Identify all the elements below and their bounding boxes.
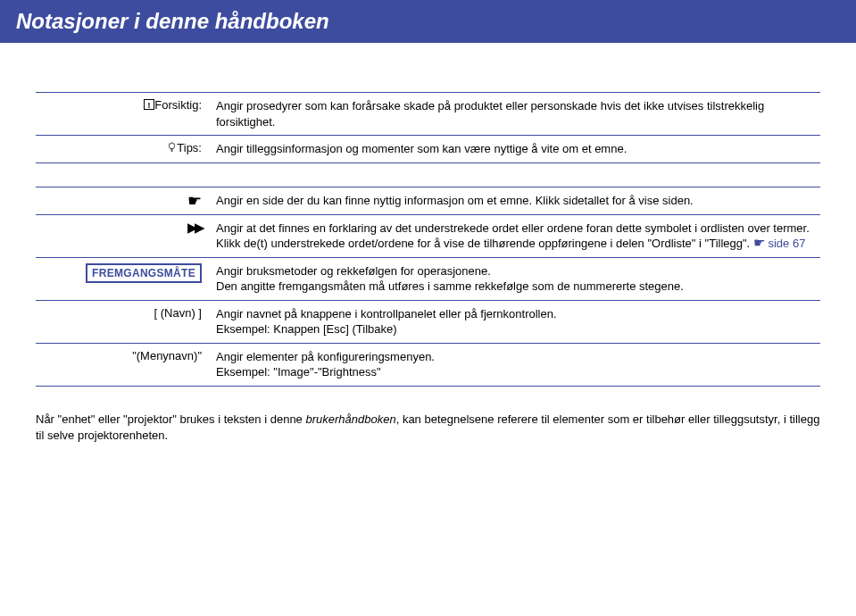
fast-forward-icon: ▶▶: [187, 221, 202, 234]
page-title: Notasjoner i denne håndboken: [16, 9, 329, 34]
row-hand: ☛ Angir en side der du kan finne nyttig …: [36, 187, 820, 214]
row-name: [ (Navn) ] Angir navnet på knappene i ko…: [36, 300, 820, 343]
footnote-part-a: Når "enhet" eller "projektor" brukes i t…: [36, 412, 305, 426]
notation-table: !Forsiktig: Angir prosedyrer som kan for…: [36, 92, 820, 387]
hand-desc: Angir en side der du kan finne nyttig in…: [211, 187, 820, 214]
forward-desc: Angir at det finnes en forklaring av det…: [211, 214, 820, 257]
row-forward: ▶▶ Angir at det finnes en forklaring av …: [36, 214, 820, 257]
footnote-italic: brukerhåndboken: [305, 412, 395, 426]
tips-label: Tips:: [177, 141, 202, 154]
page-header: Notasjoner i denne håndboken: [0, 0, 856, 43]
hand-label-cell: ☛: [36, 187, 211, 214]
tip-icon: [167, 142, 177, 154]
caution-label: Forsiktig:: [154, 98, 202, 112]
caution-desc: Angir prosedyrer som kan forårsake skade…: [211, 93, 820, 136]
procedure-desc: Angir bruksmetoder og rekkefølgen for op…: [211, 257, 820, 300]
name-label: [ (Navn) ]: [36, 300, 211, 343]
svg-point-2: [170, 143, 175, 148]
forward-label-cell: ▶▶: [36, 214, 211, 257]
procedure-label-cell: FREMGANGSMÅTE: [36, 257, 211, 300]
tips-desc: Angir tilleggsinformasjon og momenter so…: [211, 136, 820, 163]
row-procedure: FREMGANGSMÅTE Angir bruksmetoder og rekk…: [36, 257, 820, 300]
tips-label-cell: Tips:: [36, 136, 211, 163]
name-desc: Angir navnet på knappene i kontrollpanel…: [211, 300, 820, 343]
caution-icon: !: [144, 99, 154, 110]
page-number: 1: [833, 45, 842, 63]
footnote: Når "enhet" eller "projektor" brukes i t…: [36, 412, 820, 444]
hand-point-icon: ☛: [187, 193, 202, 209]
procedure-box: FREMGANGSMÅTE: [86, 263, 202, 283]
menu-desc: Angir elementer på konfigureringsmenyen.…: [211, 343, 820, 386]
row-menu: "(Menynavn)" Angir elementer på konfigur…: [36, 343, 820, 386]
menu-label: "(Menynavn)": [36, 343, 211, 386]
caution-label-cell: !Forsiktig:: [36, 93, 211, 136]
forward-page-link[interactable]: side 67: [765, 237, 806, 250]
row-caution: !Forsiktig: Angir prosedyrer som kan for…: [36, 93, 820, 136]
row-tips: Tips: Angir tilleggsinformasjon og momen…: [36, 136, 820, 163]
svg-line-8: [175, 144, 176, 145]
hand-point-icon: ☛: [753, 236, 765, 249]
svg-text:!: !: [148, 101, 151, 110]
svg-line-7: [169, 144, 170, 145]
forward-desc-text: Angir at det finnes en forklaring av det…: [216, 221, 810, 251]
page-content: !Forsiktig: Angir prosedyrer som kan for…: [0, 43, 856, 462]
